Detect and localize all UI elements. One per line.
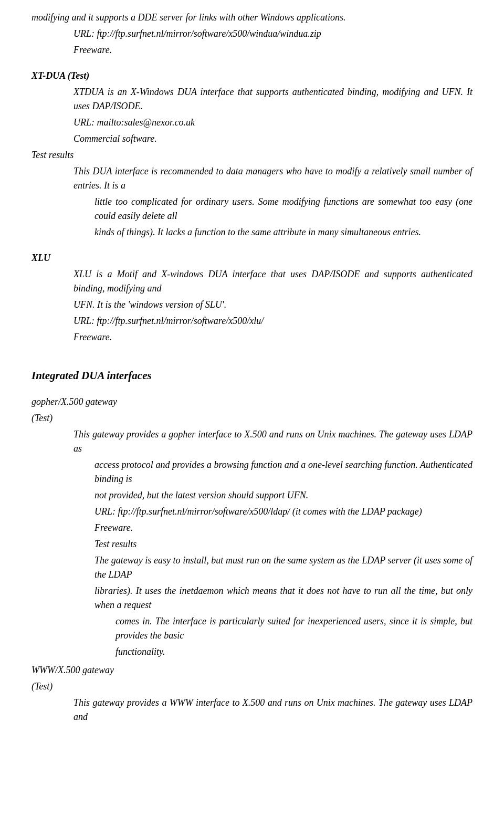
xlu-desc-2: UFN. It is the 'windows version of SLU'. bbox=[74, 298, 472, 312]
test-results-text-2: little too complicated for ordinary user… bbox=[94, 195, 472, 223]
page-content: modifying and it supports a DDE server f… bbox=[32, 11, 472, 724]
xlu-url: URL: ftp://ftp.surfnet.nl/mirror/softwar… bbox=[74, 314, 472, 328]
gopher-desc-3: not provided, but the latest version sho… bbox=[94, 488, 472, 503]
gopher-test-results-4: functionality. bbox=[116, 645, 472, 659]
xlu-freeware: Freeware. bbox=[74, 330, 472, 344]
gopher-desc-2: access protocol and provides a browsing … bbox=[94, 458, 472, 486]
xt-dua-label: XT-DUA (Test) bbox=[32, 70, 89, 81]
xlu-desc-1: XLU is a Motif and X-windows DUA interfa… bbox=[74, 267, 472, 296]
gopher-test-results-2: libraries). It uses the inetdaemon which… bbox=[94, 584, 472, 612]
www-title: WWW/X.500 gateway bbox=[32, 663, 472, 677]
gopher-url: URL: ftp://ftp.surfnet.nl/mirror/softwar… bbox=[94, 505, 472, 519]
xt-dua-title: XT-DUA (Test) bbox=[32, 69, 472, 83]
para-commercial: Commercial software. bbox=[74, 132, 472, 146]
xlu-title: XLU bbox=[32, 251, 472, 265]
gopher-test-results-label: Test results bbox=[94, 537, 472, 551]
gopher-freeware: Freeware. bbox=[94, 521, 472, 535]
para-modifying: modifying and it supports a DDE server f… bbox=[32, 11, 472, 25]
para-url-windua: URL: ftp://ftp.surfnet.nl/mirror/softwar… bbox=[74, 27, 472, 41]
www-desc-1: This gateway provides a WWW interface to… bbox=[74, 696, 472, 724]
integrated-dua-heading: Integrated DUA interfaces bbox=[32, 368, 472, 384]
gopher-desc-1: This gateway provides a gopher interface… bbox=[74, 427, 472, 456]
gopher-test-label: (Test) bbox=[32, 411, 472, 425]
xlu-label: XLU bbox=[32, 253, 50, 263]
para-freeware-1: Freeware. bbox=[74, 43, 472, 57]
test-results-text-1: This DUA interface is recommended to dat… bbox=[74, 164, 472, 193]
gopher-test-results-1: The gateway is easy to install, but must… bbox=[94, 553, 472, 582]
para-url-nexor: URL: mailto:sales@nexor.co.uk bbox=[74, 116, 472, 130]
test-results-text-3: kinds of things). It lacks a function to… bbox=[94, 225, 421, 239]
xt-dua-desc: XTDUA is an X-Windows DUA interface that… bbox=[74, 85, 472, 113]
test-results-xt-dua: Test results This DUA interface is recom… bbox=[32, 148, 472, 242]
gopher-title: gopher/X.500 gateway bbox=[32, 395, 472, 409]
www-test-label: (Test) bbox=[32, 679, 472, 694]
test-results-label-1: Test results bbox=[32, 148, 74, 162]
gopher-test-results-3: comes in. The interface is particularly … bbox=[116, 614, 472, 643]
